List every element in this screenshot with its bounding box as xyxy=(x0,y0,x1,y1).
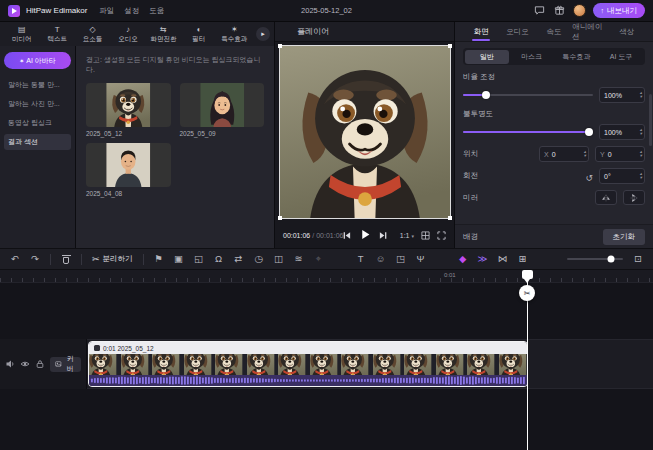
hide-track-icon[interactable] xyxy=(20,359,30,370)
user-avatar[interactable] xyxy=(573,4,586,17)
flip-icon[interactable]: ⇄ xyxy=(234,254,244,264)
position-icon[interactable]: ⌖ xyxy=(314,254,324,264)
tab-media[interactable]: ▤미디어 xyxy=(4,25,39,44)
timeline-clip[interactable]: 0:01 2025_05_12 xyxy=(88,341,528,387)
redo-icon[interactable]: ↷ xyxy=(30,254,40,264)
library-item[interactable]: 2025_04_08 xyxy=(86,143,171,197)
tab-transitions[interactable]: ⇆화면전환 xyxy=(146,25,181,44)
tab-audio[interactable]: ♪오디오 xyxy=(110,25,145,44)
scale-slider[interactable] xyxy=(463,94,593,97)
duration-icon[interactable]: ◷ xyxy=(254,254,264,264)
sidebar-item-talking-photo[interactable]: 말하는 사진 만... xyxy=(4,96,71,112)
magnet-icon[interactable]: Ω xyxy=(214,254,224,264)
menu-help[interactable]: 도움 xyxy=(149,6,164,16)
menu-settings[interactable]: 설정 xyxy=(124,6,139,16)
voiceover-icon[interactable]: Ψ xyxy=(416,254,426,264)
scale-value-stepper[interactable]: 100% xyxy=(599,87,645,103)
selection-handle[interactable] xyxy=(278,216,282,220)
clip-thumbnails xyxy=(89,354,527,375)
add-text-icon[interactable]: T xyxy=(356,254,366,264)
project-title: 2025-05-12_02 xyxy=(301,6,352,15)
tab-speed[interactable]: 속도 xyxy=(536,22,572,41)
stepper-arrows-icon[interactable] xyxy=(640,128,642,137)
tab-elements[interactable]: ◇요소들 xyxy=(75,25,110,44)
ai-effect-icon[interactable]: ◆ xyxy=(458,254,468,264)
rotate-value-stepper[interactable]: 0° xyxy=(599,168,645,184)
opacity-value-stepper[interactable]: 100% xyxy=(599,124,645,140)
grid-icon[interactable]: ⊞ xyxy=(518,254,528,264)
aspect-ratio-select[interactable]: 1:1 xyxy=(400,232,414,239)
link-icon[interactable]: ⋈ xyxy=(498,254,508,264)
cover-button[interactable]: 커버 xyxy=(50,357,81,372)
fullscreen-icon[interactable] xyxy=(437,228,446,243)
chat-icon[interactable] xyxy=(533,4,546,17)
sidebar-item-ai-avatar[interactable]: AI 아바타 xyxy=(4,52,71,69)
library-thumbnail-man[interactable] xyxy=(86,143,171,187)
flip-horizontal-button[interactable] xyxy=(595,190,617,205)
speed-ramp-icon[interactable]: ≫ xyxy=(478,254,488,264)
tab-text[interactable]: T텍스트 xyxy=(39,25,74,44)
subtab-mask[interactable]: 마스크 xyxy=(509,50,554,64)
library-item[interactable]: 2025_05_09 xyxy=(180,83,265,137)
tab-color[interactable]: 색상 xyxy=(609,22,645,41)
tab-video[interactable]: 화면 xyxy=(463,22,499,41)
subtab-general[interactable]: 일반 xyxy=(465,50,510,64)
rotate-icon[interactable] xyxy=(585,169,593,184)
fit-timeline-icon[interactable]: ⊡ xyxy=(633,254,643,264)
playhead-handle[interactable] xyxy=(522,270,533,279)
selection-handle[interactable] xyxy=(448,44,452,48)
reset-button[interactable]: 초기화 xyxy=(603,229,646,245)
tab-filters[interactable]: ◐필터 xyxy=(181,25,216,44)
stepper-arrows-icon[interactable] xyxy=(640,150,642,159)
inspector-scrollbar[interactable] xyxy=(649,94,652,146)
gift-icon[interactable] xyxy=(553,4,566,17)
denoise-icon[interactable]: ≋ xyxy=(294,254,304,264)
split-button[interactable]: 분리하기 xyxy=(92,254,133,264)
stepper-arrows-icon[interactable] xyxy=(640,172,642,181)
opacity-slider[interactable] xyxy=(463,131,593,134)
selection-handle[interactable] xyxy=(448,216,452,220)
export-button[interactable]: 내보내기 xyxy=(593,3,646,18)
marker-icon[interactable]: ⚑ xyxy=(154,254,164,264)
library-item[interactable]: 2025_05_12 xyxy=(86,83,171,137)
mirror-icon[interactable]: ◫ xyxy=(274,254,284,264)
sidebar-item-talking-animal[interactable]: 말하는 동물 만... xyxy=(4,77,71,93)
subtab-effects[interactable]: 특수효과 xyxy=(554,50,599,64)
split-cursor-badge[interactable] xyxy=(519,285,535,301)
track-header: 커버 xyxy=(0,339,87,389)
more-tabs-button[interactable]: ▸ xyxy=(256,27,270,41)
menu-file[interactable]: 파일 xyxy=(99,6,114,16)
tab-animation[interactable]: 애니메이션 xyxy=(572,22,608,41)
safe-area-grid-icon[interactable] xyxy=(421,228,430,243)
stepper-arrows-icon[interactable] xyxy=(640,91,642,100)
rotate-row: 회전 0° xyxy=(463,168,645,184)
position-x-input[interactable]: X 0 xyxy=(539,146,589,162)
tab-audio-props[interactable]: 오디오 xyxy=(499,22,535,41)
delete-button[interactable] xyxy=(61,254,71,264)
play-button[interactable] xyxy=(359,228,370,243)
mask-icon[interactable]: ▣ xyxy=(174,254,184,264)
library-thumbnail-dog[interactable] xyxy=(86,83,171,127)
sidebar-item-results[interactable]: 결과 섹션 xyxy=(4,134,71,150)
lock-track-icon[interactable] xyxy=(35,359,45,370)
timeline-ruler[interactable]: 0:01 xyxy=(0,270,653,283)
mute-track-icon[interactable] xyxy=(5,359,15,370)
position-y-input[interactable]: Y 0 xyxy=(595,146,645,162)
crop-icon[interactable]: ◱ xyxy=(194,254,204,264)
stepper-arrows-icon[interactable] xyxy=(584,150,586,159)
timeline-zoom-slider[interactable] xyxy=(567,258,623,260)
library-thumbnail-girl[interactable] xyxy=(180,83,265,127)
previous-frame-button[interactable] xyxy=(342,228,351,243)
flip-vertical-button[interactable] xyxy=(623,190,645,205)
undo-icon[interactable]: ↶ xyxy=(10,254,20,264)
pip-icon[interactable]: ◳ xyxy=(396,254,406,264)
sticker-icon[interactable]: ☺ xyxy=(376,254,386,264)
sidebar-item-video-lipsync[interactable]: 동영상 립싱크 xyxy=(4,115,71,131)
selection-handle[interactable] xyxy=(278,44,282,48)
tab-effects[interactable]: ✶특수효과 xyxy=(217,25,252,44)
next-frame-button[interactable] xyxy=(378,228,387,243)
preview-canvas[interactable] xyxy=(279,45,451,219)
mirror-label: 미러 xyxy=(463,193,478,203)
inspector-subtabs: 일반 마스크 특수효과 AI 도구 xyxy=(463,48,645,65)
subtab-ai-tools[interactable]: AI 도구 xyxy=(599,50,644,64)
